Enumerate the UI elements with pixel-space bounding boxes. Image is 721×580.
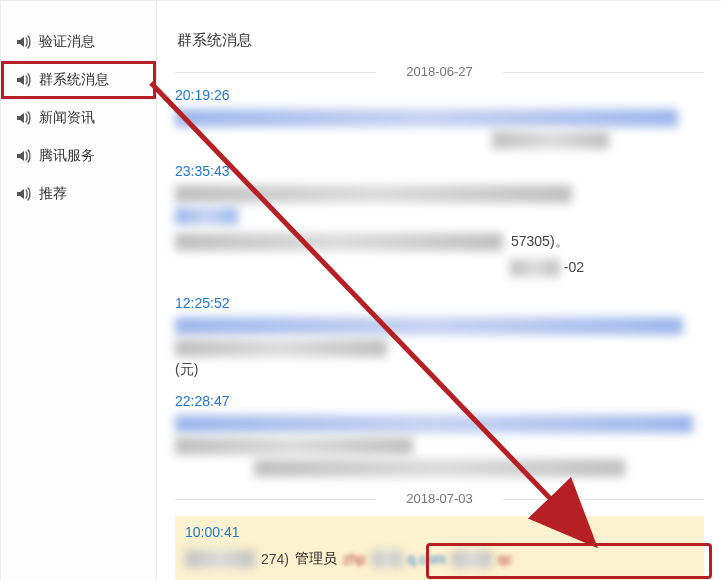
message-body-redacted xyxy=(175,233,503,251)
message-body-redacted xyxy=(175,185,572,203)
message-block: 12:25:52 (元) xyxy=(175,295,704,379)
date-divider-2: 2018-07-03 xyxy=(175,491,704,506)
sidebar: 验证消息 群系统消息 新闻资讯 腾讯服务 推荐 xyxy=(1,1,157,580)
message-body-redacted xyxy=(510,259,560,277)
message-time: 12:25:52 xyxy=(175,295,704,311)
message-time: 10:00:41 xyxy=(185,524,694,540)
sidebar-item-news[interactable]: 新闻资讯 xyxy=(1,99,156,137)
message-body-redacted xyxy=(185,550,255,568)
main-panel: 群系统消息 2018-06-27 20:19:26 23:35:43 57305… xyxy=(157,1,721,580)
app-root: 验证消息 群系统消息 新闻资讯 腾讯服务 推荐 群 xyxy=(0,0,721,580)
sidebar-item-label: 腾讯服务 xyxy=(39,147,95,165)
highlighted-message-block: 10:00:41 274) 管理员 zhp q.com qc xyxy=(175,516,704,580)
sidebar-item-label: 推荐 xyxy=(39,185,67,203)
message-body-redacted xyxy=(452,550,492,568)
date-divider-1: 2018-06-27 xyxy=(175,64,704,79)
message-body-redacted xyxy=(175,317,683,335)
message-body-redacted xyxy=(175,109,678,127)
message-body-redacted xyxy=(492,131,608,149)
message-body-redacted xyxy=(175,437,413,455)
admin-group-id-fragment: 274) xyxy=(261,551,289,567)
message-body-redacted xyxy=(175,207,238,225)
admin-link-fragment[interactable]: q.com xyxy=(408,551,446,567)
message-tail-date: -02 xyxy=(564,259,584,275)
speaker-icon xyxy=(15,34,31,50)
message-body-redacted xyxy=(175,415,693,433)
admin-link-fragment[interactable]: zhp xyxy=(343,551,366,567)
message-body-redacted xyxy=(254,459,624,477)
speaker-icon xyxy=(15,110,31,126)
speaker-icon xyxy=(15,148,31,164)
sidebar-item-label: 群系统消息 xyxy=(39,71,109,89)
admin-line: 274) 管理员 zhp q.com qc xyxy=(185,546,694,572)
sidebar-item-group-system[interactable]: 群系统消息 xyxy=(1,61,156,99)
message-time: 22:28:47 xyxy=(175,393,704,409)
sidebar-item-recommend[interactable]: 推荐 xyxy=(1,175,156,213)
admin-label: 管理员 xyxy=(295,550,337,568)
speaker-icon xyxy=(15,72,31,88)
message-block: 23:35:43 57305)。 -02 xyxy=(175,163,704,281)
message-time: 23:35:43 xyxy=(175,163,704,179)
message-time: 20:19:26 xyxy=(175,87,704,103)
sidebar-item-tencent-service[interactable]: 腾讯服务 xyxy=(1,137,156,175)
message-body-redacted xyxy=(372,550,402,568)
admin-link-fragment[interactable]: qc xyxy=(498,551,513,567)
sidebar-item-label: 新闻资讯 xyxy=(39,109,95,127)
sidebar-item-label: 验证消息 xyxy=(39,33,95,51)
message-tail-text: (元) xyxy=(175,361,704,379)
message-body-redacted xyxy=(175,339,387,357)
message-block: 20:19:26 xyxy=(175,87,704,149)
sidebar-item-verify[interactable]: 验证消息 xyxy=(1,23,156,61)
message-tail-number: 57305)。 xyxy=(511,233,569,251)
message-block: 22:28:47 xyxy=(175,393,704,477)
speaker-icon xyxy=(15,186,31,202)
page-title: 群系统消息 xyxy=(177,31,704,50)
